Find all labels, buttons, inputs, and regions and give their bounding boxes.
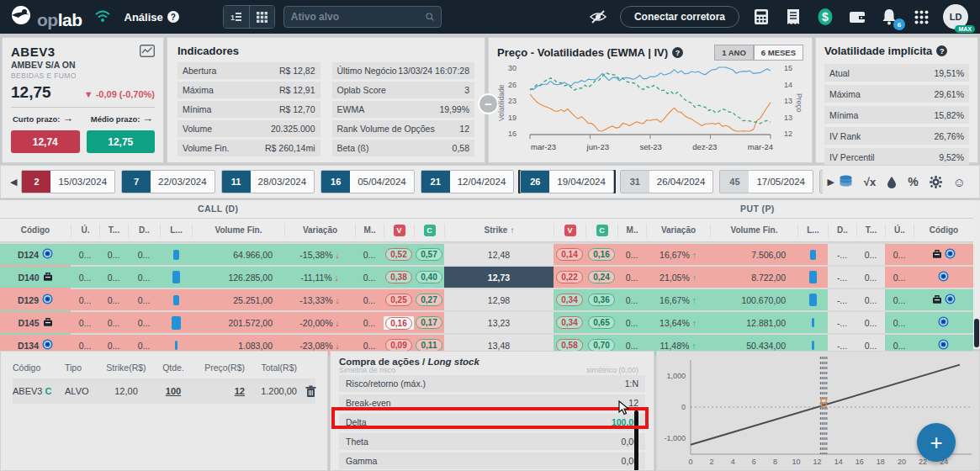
col-header[interactable]: M.. [617,224,646,237]
strike-cell[interactable]: 13,23 [444,312,554,333]
range-6-months-button[interactable]: 6 MESES [754,45,803,61]
notifications-bell-icon[interactable]: 6 [879,7,899,27]
bid-price[interactable]: 0,14 [556,248,583,261]
percent-icon[interactable]: % [908,175,918,188]
bid-price[interactable]: 0,34 [556,294,583,306]
position-price[interactable]: 12 [196,386,245,396]
col-header[interactable]: Ú. [71,224,99,237]
expiration-tab-2[interactable]: 215/03/2024 [21,170,115,193]
col-header[interactable]: M.. [355,224,384,237]
ask-price[interactable]: 0,17 [416,316,442,329]
feedback-smiley-icon[interactable]: ☺ [953,175,966,189]
col-header-C[interactable]: C [585,224,617,237]
col-header[interactable]: Ú.. [885,224,914,237]
black-scholes-icon[interactable]: √x [864,176,876,188]
buy-ask-button[interactable]: 12,75 [87,130,156,153]
expiration-tab-7[interactable]: 722/03/2024 [121,170,215,193]
range-1-year-button[interactable]: 1 ANO [714,45,754,61]
option-row-D124[interactable]: D1240...0...0...64.966,00-15,38% ↓0...0,… [0,244,973,265]
col-header[interactable]: Variação [646,224,710,237]
ask-price[interactable]: 0,36 [588,294,615,306]
col-header[interactable]: L... [797,224,828,237]
strike-cell[interactable]: 12,48 [444,244,554,265]
bid-price[interactable]: 0,25 [385,294,412,306]
bid-price[interactable]: 0,34 [556,316,583,329]
bid-price[interactable]: 0,58 [556,339,583,352]
ask-price[interactable]: 0,57 [416,248,442,261]
col-header[interactable]: L... [160,224,192,237]
call-code[interactable]: D145 [0,312,71,333]
scroll-right-icon[interactable]: ▶ [823,177,838,188]
col-header[interactable]: T... [856,224,885,237]
expiration-tab-16[interactable]: 1605/04/2024 [320,170,415,193]
collapse-panel-button[interactable]: − [478,93,499,114]
option-row-D140[interactable]: D1400...0...0...126.285,00-11,11% ↓0...0… [0,267,973,288]
ask-price[interactable]: 0,27 [416,294,442,306]
col-header[interactable]: Volume Fin. [192,224,284,237]
search-input[interactable] [291,11,426,23]
ask-price[interactable]: 0,40 [416,271,442,283]
bid-price[interactable]: 0,09 [385,339,412,352]
sell-bid-button[interactable]: 12,74 [11,130,80,153]
ask-price[interactable]: 0,24 [588,271,615,283]
connect-broker-button[interactable]: Conectar corretora [620,6,739,28]
dollar-icon[interactable]: $ [815,7,835,27]
oplab-logo[interactable]: oplab [10,4,82,30]
expiration-tab-45[interactable]: 4517/05/2024 [719,170,813,193]
receipt-icon[interactable] [783,7,803,27]
strike-cell[interactable]: 12,73 [444,267,554,288]
list-view-button[interactable]: 1 [224,6,249,28]
user-avatar[interactable]: LD MAX [943,4,968,29]
call-code[interactable]: D129 [0,289,71,310]
grid-view-button[interactable] [249,6,274,28]
col-header-V[interactable]: V [554,224,585,237]
menu-analise[interactable]: Análise ? [124,11,179,24]
help-icon[interactable]: ? [167,11,179,23]
ask-price[interactable]: 0,65 [588,316,615,329]
greeks-icon[interactable] [887,176,897,188]
option-row-D145[interactable]: D1450...0...0...201.572,00-20,00% ↓0...0… [0,312,973,333]
vol-chart-help-icon[interactable]: ? [672,47,683,58]
col-header-V[interactable]: V [384,224,414,237]
bid-price[interactable]: 0,22 [556,271,583,283]
expiration-tab-11[interactable]: 1128/03/2024 [221,170,315,193]
bid-price[interactable]: 0,52 [385,248,412,261]
call-code[interactable]: D124 [0,244,71,265]
expiration-tab-31[interactable]: 3126/04/2024 [620,170,714,193]
strike-cell[interactable]: 12,98 [444,289,554,310]
hide-values-icon[interactable] [588,7,608,27]
strategy-scrollbar[interactable] [634,410,638,471]
expiration-tab-21[interactable]: 2112/04/2024 [421,170,515,193]
col-header[interactable]: D.. [828,224,856,237]
scroll-left-icon[interactable]: ◀ [6,177,21,188]
option-row-D129[interactable]: D1290...0...0...25.251,00-13,33% ↓0...0,… [0,289,973,310]
chart-link-icon[interactable] [140,45,155,59]
data-source-icon[interactable] [839,175,853,188]
apps-grid-icon[interactable] [911,7,931,27]
chain-scrollbar[interactable] [973,200,980,349]
col-header[interactable]: Código [914,224,973,237]
col-header[interactable]: Código [0,224,71,237]
position-row[interactable]: ABEV3 C ALVO 12,00 100 12 1.200,00 [13,378,315,404]
vol-chart-plot[interactable] [519,64,781,141]
bid-price[interactable]: 0,38 [385,271,412,283]
add-leg-fab-button[interactable]: + [917,423,956,462]
chain-scrollbar-thumb[interactable] [974,319,979,347]
iv-help-icon[interactable]: ? [936,45,947,56]
col-header[interactable]: Volume Fin. [710,224,797,237]
col-header[interactable]: D.. [128,224,160,237]
delete-position-button[interactable] [300,385,320,398]
col-header-C[interactable]: C [414,224,444,237]
col-header[interactable]: Strike ↑ [444,224,554,237]
call-code[interactable]: D140 [0,267,71,288]
bid-price[interactable]: 0,16 [385,317,411,330]
settings-gear-icon[interactable] [930,176,942,188]
col-header[interactable]: T... [99,224,128,237]
calculator-icon[interactable] [751,7,771,27]
col-header[interactable]: Variação [284,224,355,237]
expiration-tab-26[interactable]: 2619/04/2024 [520,170,614,193]
ask-price[interactable]: 0,16 [588,248,615,261]
wallet-icon[interactable] [847,7,867,27]
ask-price[interactable]: 0,11 [416,339,442,352]
position-qty[interactable]: 100 [151,386,196,396]
